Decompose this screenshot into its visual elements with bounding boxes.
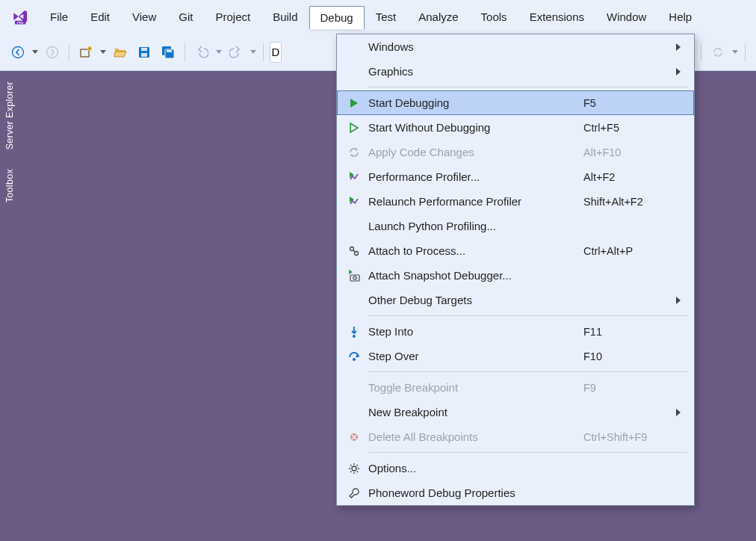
blank-icon — [343, 291, 365, 309]
submenu-arrow-icon — [673, 68, 684, 75]
submenu-arrow-icon — [673, 43, 684, 51]
toolbar-separator — [701, 43, 701, 61]
cycle-icon — [343, 143, 365, 161]
menu-item-label: Apply Code Changes — [365, 146, 583, 158]
menu-item-label: New Breakpoint — [365, 406, 583, 418]
menu-edit[interactable]: Edit — [79, 5, 121, 28]
menu-item-relaunch-performance-profiler[interactable]: Relaunch Performance ProfilerShift+Alt+F… — [337, 189, 694, 214]
menu-window[interactable]: Window — [595, 5, 657, 28]
play-solid-icon — [343, 94, 365, 112]
toolbar-separator — [263, 43, 264, 61]
menu-item-accelerator: Ctrl+Alt+P — [583, 245, 673, 257]
nav-back-caret[interactable] — [31, 50, 39, 54]
menu-item-accelerator: F11 — [583, 326, 673, 338]
play-outline-icon — [343, 119, 365, 137]
toolbar-separator — [69, 43, 69, 61]
cycle-icon — [707, 42, 728, 63]
bp-delete-icon — [343, 428, 365, 446]
menu-item-label: Graphics — [365, 65, 583, 78]
sidebar-tab-toolbox[interactable]: Toolbox — [4, 163, 16, 208]
menu-item-apply-code-changes: Apply Code ChangesAlt+F10 — [337, 140, 694, 164]
menu-item-delete-all-breakpoints: Delete All BreakpointsCtrl+Shift+F9 — [337, 424, 694, 449]
menubar: PRE FileEditViewGitProjectBuildDebugTest… — [0, 0, 756, 34]
config-combo[interactable]: D — [270, 42, 282, 63]
menu-git[interactable]: Git — [167, 5, 204, 28]
menu-tools[interactable]: Tools — [470, 5, 518, 28]
svg-point-19 — [352, 466, 356, 471]
cycle-caret[interactable] — [731, 50, 739, 54]
menu-item-accelerator: F10 — [583, 350, 673, 362]
menu-item-label: Step Over — [365, 350, 583, 362]
nav-back-button[interactable] — [7, 42, 28, 63]
svg-rect-11 — [167, 50, 172, 52]
blank-icon — [343, 63, 365, 81]
submenu-arrow-icon — [673, 409, 684, 416]
menu-item-phoneword-debug-properties[interactable]: Phoneword Debug Properties — [337, 480, 694, 505]
menu-item-label: Step Into — [365, 325, 583, 338]
step-into-icon — [343, 323, 365, 341]
menu-item-attach-snapshot-debugger[interactable]: Attach Snapshot Debugger... — [337, 263, 694, 288]
menu-item-label: Launch Python Profiling... — [365, 220, 583, 232]
undo-caret[interactable] — [215, 50, 223, 54]
menu-test[interactable]: Test — [365, 5, 408, 28]
menu-debug[interactable]: Debug — [309, 6, 365, 29]
menu-item-step-into[interactable]: Step IntoF11 — [337, 319, 694, 344]
menu-separator — [368, 87, 688, 87]
svg-text:PRE: PRE — [17, 21, 24, 25]
menu-item-accelerator: F9 — [583, 382, 673, 394]
menu-extensions[interactable]: Extensions — [518, 5, 595, 28]
new-project-button[interactable] — [75, 42, 96, 63]
menu-file[interactable]: File — [39, 5, 79, 28]
menu-build[interactable]: Build — [261, 5, 309, 28]
svg-point-2 — [13, 46, 24, 58]
svg-rect-8 — [141, 53, 147, 57]
menu-item-label: Attach to Process... — [365, 244, 583, 257]
menu-item-start-debugging[interactable]: Start DebuggingF5 — [337, 90, 694, 115]
menu-help[interactable]: Help — [657, 5, 703, 28]
menu-item-windows[interactable]: Windows — [337, 34, 694, 59]
menu-item-toggle-breakpoint: Toggle BreakpointF9 — [337, 375, 694, 400]
vs-logo: PRE — [10, 6, 31, 27]
blank-icon — [343, 38, 365, 56]
save-button[interactable] — [134, 42, 155, 63]
menu-item-start-without-debugging[interactable]: Start Without DebuggingCtrl+F5 — [337, 115, 694, 140]
debug-dropdown-menu: WindowsGraphicsStart DebuggingF5Start Wi… — [336, 34, 695, 506]
menu-separator — [368, 315, 688, 316]
svg-rect-4 — [81, 49, 89, 57]
step-over-icon — [343, 347, 365, 365]
menu-item-launch-python-profiling[interactable]: Launch Python Profiling... — [337, 214, 694, 238]
snapshot-icon — [343, 267, 365, 285]
menu-item-label: Start Debugging — [365, 96, 583, 109]
menu-item-accelerator: Alt+F10 — [583, 146, 673, 158]
menu-item-performance-profiler[interactable]: Performance Profiler...Alt+F2 — [337, 164, 694, 189]
menu-item-step-over[interactable]: Step OverF10 — [337, 344, 694, 368]
blank-icon — [343, 379, 365, 397]
svg-point-13 — [355, 251, 359, 255]
menu-view[interactable]: View — [121, 5, 167, 28]
new-project-caret[interactable] — [99, 50, 107, 54]
svg-point-3 — [47, 46, 58, 58]
submenu-arrow-icon — [673, 297, 684, 304]
menu-project[interactable]: Project — [204, 5, 261, 28]
menu-analyze[interactable]: Analyze — [407, 5, 469, 28]
menu-item-accelerator: F5 — [583, 97, 673, 109]
toolbar-separator — [745, 43, 746, 61]
toolbar-separator — [185, 43, 185, 61]
svg-point-17 — [353, 358, 356, 361]
attach-icon — [343, 242, 365, 260]
open-file-button[interactable] — [110, 42, 131, 63]
menu-item-other-debug-targets[interactable]: Other Debug Targets — [337, 288, 694, 312]
nav-forward-button — [42, 42, 63, 63]
profiler-icon — [343, 193, 365, 211]
menu-item-label: Other Debug Targets — [365, 294, 583, 306]
menu-item-options[interactable]: Options... — [337, 456, 694, 480]
sidebar-tab-server-explorer[interactable]: Server Explorer — [4, 75, 16, 155]
menu-item-attach-to-process[interactable]: Attach to Process...Ctrl+Alt+P — [337, 238, 694, 263]
undo-button — [191, 42, 212, 63]
menu-item-graphics[interactable]: Graphics — [337, 59, 694, 84]
svg-point-16 — [353, 335, 356, 338]
redo-caret[interactable] — [250, 50, 257, 54]
menu-item-accelerator: Ctrl+F5 — [583, 122, 673, 134]
menu-item-new-breakpoint[interactable]: New Breakpoint — [337, 400, 694, 424]
save-all-button[interactable] — [158, 42, 179, 63]
